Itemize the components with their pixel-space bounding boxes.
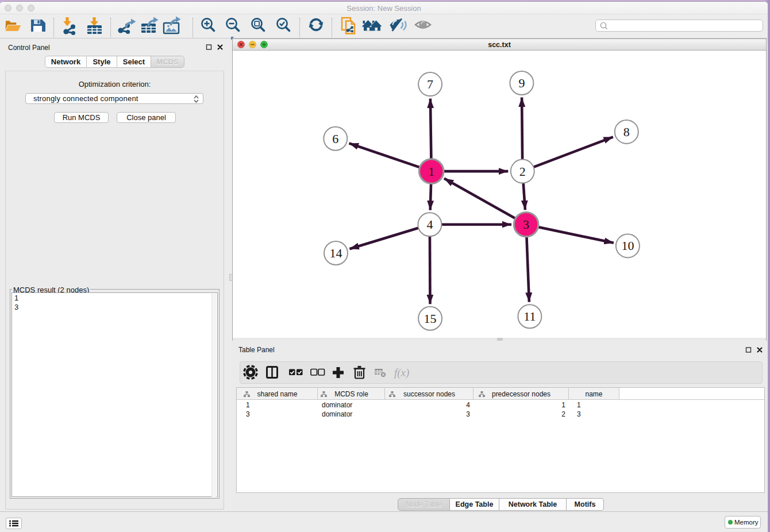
svg-text:1: 1 (428, 164, 434, 179)
svg-text:8: 8 (623, 125, 630, 139)
svg-text:11: 11 (523, 309, 536, 323)
svg-text:7: 7 (427, 77, 433, 91)
svg-text:f(x): f(x) (394, 367, 409, 379)
svg-text:6: 6 (332, 132, 338, 146)
svg-text:15: 15 (424, 311, 437, 326)
svg-text:14: 14 (330, 246, 342, 260)
svg-text:10: 10 (621, 238, 634, 253)
svg-text:9: 9 (518, 76, 525, 90)
svg-text:2: 2 (519, 164, 526, 179)
svg-text:3: 3 (523, 217, 529, 232)
svg-text:4: 4 (426, 217, 433, 232)
